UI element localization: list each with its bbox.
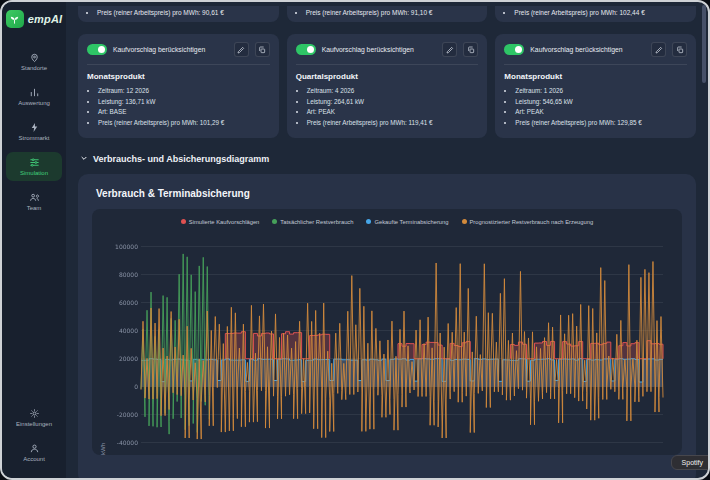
price-card: Preis (reiner Arbeitspreis) pro MWh: 90,… (78, 6, 279, 22)
product-detail: Preis (reiner Arbeitspreis) pro MWh: 101… (98, 118, 270, 129)
sidebar-item-label: Strommarkt (18, 135, 49, 141)
chart-panel: Simulierte Kaufvorschlägen Tatsächlicher… (92, 209, 682, 455)
main-content: Preis (reiner Arbeitspreis) pro MWh: 90,… (66, 2, 708, 478)
product-detail: Zeitraum: 12 2026 (98, 86, 270, 97)
product-details: Zeitraum: 12 2026 Leistung: 136,71 kW Ar… (87, 86, 270, 129)
chart-legend: Simulierte Kaufvorschlägen Tatsächlicher… (100, 219, 674, 225)
toggle-knob (515, 46, 522, 53)
product-detail: Preis (reiner Arbeitspreis) pro MWh: 119… (307, 118, 479, 129)
legend-dot (366, 219, 371, 224)
y-axis-label: kWh (100, 230, 106, 455)
legend-label: Simulierte Kaufvorschlägen (189, 219, 260, 225)
sidebar-item-simulation[interactable]: Simulation (6, 152, 62, 181)
top-price-cards: Preis (reiner Arbeitspreis) pro MWh: 90,… (78, 6, 696, 22)
consumption-chart-canvas (107, 230, 667, 455)
toggle-knob (98, 46, 105, 53)
logo-text: empAI (28, 13, 63, 25)
sidebar-item-label: Account (23, 456, 45, 462)
product-detail: Zeitraum: 1 2026 (515, 86, 687, 97)
app-logo[interactable]: empAI (6, 10, 63, 28)
toggle-label: Kaufvorschlag berücksichtigen (530, 46, 645, 53)
sidebar-item-auswertung[interactable]: Auswertung (6, 82, 62, 111)
proposal-card: Kaufvorschlag berücksichtigen Monatsprod… (495, 34, 696, 138)
price-line: Preis (reiner Arbeitspreis) pro MWh: 102… (514, 9, 688, 16)
proposal-card: Kaufvorschlag berücksichtigen Quartalspr… (287, 34, 488, 138)
copy-button[interactable] (672, 42, 687, 57)
sliders-icon (29, 157, 40, 168)
product-detail: Preis (reiner Arbeitspreis) pro MWh: 129… (515, 118, 687, 129)
chart-title: Verbrauch & Terminabsicherung (96, 188, 682, 199)
kaufvorschlag-toggle[interactable] (87, 44, 107, 55)
product-title: Monatsprodukt (504, 72, 687, 81)
legend-item[interactable]: Gekaufte Terminabsicherung (366, 219, 448, 225)
sidebar-item-label: Auswertung (18, 100, 50, 106)
legend-dot (181, 219, 186, 224)
sidebar-item-einstellungen[interactable]: Einstellungen (6, 403, 62, 432)
legend-item[interactable]: Tatsächlicher Restverbrauch (272, 219, 353, 225)
legend-dot (462, 219, 467, 224)
price-card: Preis (reiner Arbeitspreis) pro MWh: 91,… (287, 6, 488, 22)
lightning-icon (29, 122, 40, 133)
product-detail: Art: PEAK (515, 107, 687, 118)
product-detail: Art: BASE (98, 107, 270, 118)
chart-card: Verbrauch & Terminabsicherung Simulierte… (78, 174, 696, 478)
sidebar-item-label: Team (27, 205, 42, 211)
sidebar-item-label: Simulation (20, 170, 48, 176)
sidebar-item-label: Einstellungen (16, 421, 52, 427)
sidebar-item-standorte[interactable]: Standorte (6, 47, 62, 76)
sidebar-item-account[interactable]: Account (6, 438, 62, 467)
product-title: Quartalsprodukt (296, 72, 479, 81)
copy-button[interactable] (255, 42, 270, 57)
product-detail: Art: PEAK (307, 107, 479, 118)
edit-button[interactable] (651, 42, 666, 57)
edit-button[interactable] (234, 42, 249, 57)
copy-button[interactable] (463, 42, 478, 57)
person-icon (29, 443, 40, 454)
product-title: Monatsprodukt (87, 72, 270, 81)
app-window: empAI Standorte Auswertung Strommarkt Si… (0, 0, 710, 480)
product-detail: Leistung: 136,71 kW (98, 97, 270, 108)
product-detail: Leistung: 546,65 kW (515, 97, 687, 108)
proposal-card: Kaufvorschlag berücksichtigen Monatsprod… (78, 34, 279, 138)
price-line: Preis (reiner Arbeitspreis) pro MWh: 90,… (97, 9, 271, 16)
product-detail: Leistung: 264,61 kW (307, 97, 479, 108)
sidebar-bottom: Einstellungen Account (6, 400, 62, 470)
product-detail: Zeitraum: 4 2026 (307, 86, 479, 97)
price-card: Preis (reiner Arbeitspreis) pro MWh: 102… (495, 6, 696, 22)
product-details: Zeitraum: 1 2026 Leistung: 546,65 kW Art… (504, 86, 687, 129)
product-details: Zeitraum: 4 2026 Leistung: 264,61 kW Art… (296, 86, 479, 129)
toggle-label: Kaufvorschlag berücksichtigen (113, 46, 228, 53)
location-pin-icon (29, 52, 40, 63)
team-icon (29, 192, 40, 203)
toggle-knob (307, 46, 314, 53)
legend-item[interactable]: Prognostizierter Restverbrauch nach Erze… (462, 219, 594, 225)
scrollbar-thumb[interactable] (702, 5, 706, 83)
legend-dot (272, 219, 277, 224)
proposal-cards: Kaufvorschlag berücksichtigen Monatsprod… (78, 34, 696, 138)
edit-button[interactable] (442, 42, 457, 57)
section-toggle[interactable]: Verbrauchs- und Absicherungsdiagramm (80, 154, 694, 164)
sidebar-item-team[interactable]: Team (6, 187, 62, 216)
section-title: Verbrauchs- und Absicherungsdiagramm (93, 154, 269, 164)
legend-label: Gekaufte Terminabsicherung (374, 219, 448, 225)
legend-label: Prognostizierter Restverbrauch nach Erze… (470, 219, 594, 225)
spotify-overlay[interactable]: Spotify (671, 455, 710, 470)
plant-icon (6, 10, 24, 28)
toggle-label: Kaufvorschlag berücksichtigen (322, 46, 437, 53)
kaufvorschlag-toggle[interactable] (504, 44, 524, 55)
gear-icon (29, 408, 40, 419)
bar-chart-icon (29, 87, 40, 98)
sidebar-item-strommarkt[interactable]: Strommarkt (6, 117, 62, 146)
sidebar: empAI Standorte Auswertung Strommarkt Si… (2, 2, 66, 478)
chevron-down-icon (80, 154, 88, 164)
legend-label: Tatsächlicher Restverbrauch (280, 219, 353, 225)
kaufvorschlag-toggle[interactable] (296, 44, 316, 55)
price-line: Preis (reiner Arbeitspreis) pro MWh: 91,… (306, 9, 480, 16)
legend-item[interactable]: Simulierte Kaufvorschlägen (181, 219, 260, 225)
sidebar-item-label: Standorte (21, 65, 47, 71)
